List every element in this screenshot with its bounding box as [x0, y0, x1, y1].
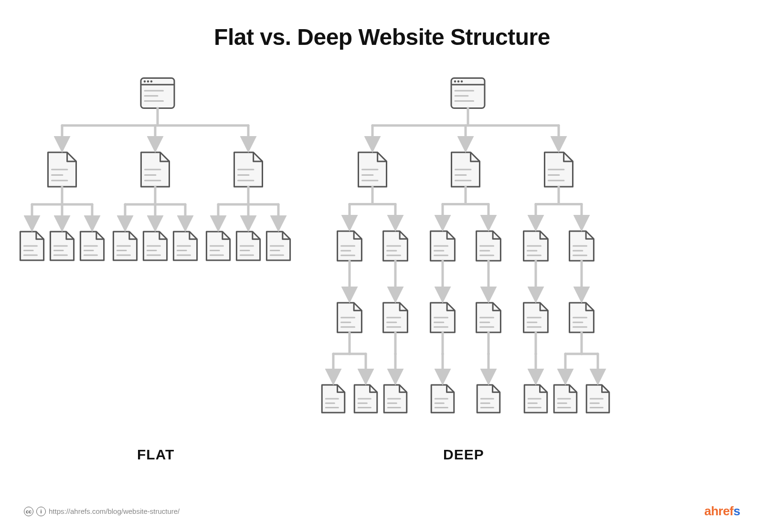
- page-icon: [524, 385, 547, 413]
- page-icon: [586, 385, 609, 413]
- flat-label: FLAT: [137, 447, 174, 463]
- page-icon: [173, 232, 197, 260]
- page-icon: [50, 232, 74, 260]
- page-icon: [431, 303, 455, 332]
- page-icon: [383, 303, 408, 332]
- svg-point-3: [147, 80, 149, 82]
- page-icon: [570, 231, 594, 261]
- page-icon: [80, 232, 104, 260]
- svg-point-66: [454, 80, 456, 82]
- page-icon: [113, 232, 137, 260]
- page-icon: [570, 303, 594, 332]
- svg-rect-0: [141, 78, 174, 108]
- svg-rect-64: [451, 78, 485, 108]
- browser-window-icon: [141, 78, 174, 108]
- page-icon: [354, 385, 377, 413]
- page-icon: [383, 231, 408, 261]
- page-icon: [384, 385, 407, 413]
- page-icon: [143, 232, 167, 260]
- page-icon: [48, 152, 76, 187]
- diagram-title: Flat vs. Deep Website Structure: [0, 0, 764, 64]
- diagram-area: FLAT DEEP: [0, 64, 764, 470]
- svg-point-67: [457, 80, 459, 82]
- page-icon: [338, 303, 362, 332]
- page-icon: [544, 152, 573, 187]
- page-icon: [358, 152, 386, 187]
- page-icon: [236, 232, 260, 260]
- page-icon: [266, 232, 290, 260]
- deep-label: DEEP: [443, 447, 484, 463]
- svg-point-4: [150, 80, 152, 82]
- page-icon: [322, 385, 345, 413]
- footer: cc i https://ahrefs.com/blog/website-str…: [24, 504, 740, 519]
- page-icon: [477, 385, 500, 413]
- page-icon: [206, 232, 230, 260]
- cc-icon: cc: [24, 507, 33, 516]
- page-icon: [141, 152, 169, 187]
- page-icon: [338, 231, 362, 261]
- diagram-svg: [0, 64, 764, 470]
- page-icon: [451, 152, 479, 187]
- svg-point-68: [461, 80, 463, 82]
- by-icon: i: [36, 507, 46, 516]
- page-icon: [431, 385, 454, 413]
- page-icon: [20, 232, 43, 260]
- page-icon: [234, 152, 262, 187]
- brand-logo: ahrefs: [704, 504, 740, 519]
- page-icon: [477, 303, 501, 332]
- page-icon: [524, 303, 548, 332]
- page-icon: [524, 231, 548, 261]
- page-icon: [477, 231, 501, 261]
- license-block: cc i https://ahrefs.com/blog/website-str…: [24, 507, 180, 516]
- source-url: https://ahrefs.com/blog/website-structur…: [49, 507, 180, 515]
- svg-point-2: [144, 80, 146, 82]
- browser-window-icon: [451, 78, 485, 108]
- page-icon: [554, 385, 577, 413]
- page-icon: [431, 231, 455, 261]
